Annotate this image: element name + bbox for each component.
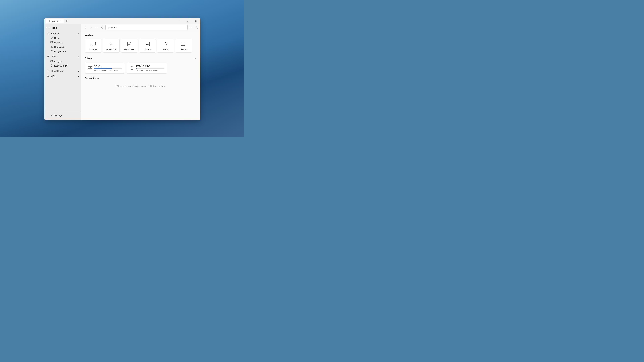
folders-section-header: Folders xyxy=(85,34,197,37)
sidebar-wsl-section: WSL ∧ xyxy=(44,74,81,78)
sidebar-cloud-drives-header[interactable]: Cloud Drives ∧ xyxy=(44,69,81,73)
folder-card-downloads[interactable]: Downloads xyxy=(103,39,120,53)
sidebar-item-settings[interactable]: Settings xyxy=(44,113,81,118)
tab-label: New tab xyxy=(51,20,58,22)
svg-rect-45 xyxy=(181,42,185,45)
hdd-icon xyxy=(50,60,53,63)
sidebar-item-desktop[interactable]: Desktop xyxy=(44,40,81,45)
documents-folder-icon xyxy=(126,41,132,47)
cloud-drives-chevron: ∧ xyxy=(78,70,79,72)
drives-section-header: Drives ⋯ xyxy=(85,56,197,61)
music-folder-icon xyxy=(163,41,168,47)
address-chevron: › xyxy=(116,26,117,29)
svg-line-30 xyxy=(197,28,198,29)
sidebar-item-home-label: Home xyxy=(54,37,60,39)
esd-usb-drive-free-label: 29.77 GB free of 29.88 GB xyxy=(136,69,164,71)
sidebar-wsl-header[interactable]: WSL ∧ xyxy=(44,74,81,78)
sidebar: Files Favorites ∧ xyxy=(44,24,81,120)
sidebar-item-os-c-label: OS (C:) xyxy=(54,60,62,62)
svg-marker-4 xyxy=(47,32,49,34)
sidebar-favorites-section: Favorites ∧ Home xyxy=(44,31,81,54)
svg-rect-46 xyxy=(88,66,92,69)
os-drive-free-label: 173.59 GB free of 475.15 GB xyxy=(94,69,122,71)
forward-button[interactable] xyxy=(88,25,94,30)
wsl-chevron: ∧ xyxy=(78,75,79,77)
search-button[interactable] xyxy=(194,25,199,30)
esd-usb-drive-bar-fill xyxy=(136,68,136,69)
downloads-folder-label: Downloads xyxy=(106,48,116,51)
os-drive-info: OS (C:) 173.59 GB free of 475.15 GB xyxy=(94,65,122,71)
svg-point-29 xyxy=(196,27,197,28)
sidebar-drives-header[interactable]: Drives ∧ xyxy=(44,54,81,59)
sidebar-item-downloads-label: Downloads xyxy=(54,46,65,48)
sidebar-item-home[interactable]: Home xyxy=(44,36,81,40)
folder-card-documents[interactable]: Documents xyxy=(121,39,138,53)
folder-card-desktop[interactable]: Desktop xyxy=(85,39,102,53)
pictures-folder-icon xyxy=(145,41,150,47)
drive-card-esd-usb[interactable]: ESD-USB (D:) 29.77 GB free of 29.88 GB xyxy=(127,63,167,73)
sidebar-bottom: Settings xyxy=(44,112,81,119)
os-drive-bar-background xyxy=(94,68,122,69)
folders-grid: Desktop Downloads xyxy=(85,39,197,53)
more-options-button[interactable]: ⋯ xyxy=(188,25,193,30)
up-button[interactable] xyxy=(94,25,99,30)
svg-rect-53 xyxy=(132,66,132,67)
music-folder-label: Music xyxy=(163,48,168,51)
drive-section-icon xyxy=(47,55,50,58)
wsl-icon xyxy=(47,75,50,78)
folders-section-title: Folders xyxy=(85,34,93,37)
tab-new-tab[interactable]: New tab ✕ xyxy=(46,19,64,23)
os-drive-bar-fill xyxy=(94,68,112,69)
tab-close-button[interactable]: ✕ xyxy=(59,20,62,22)
drive-card-os-c[interactable]: OS (C:) 173.59 GB free of 475.15 GB xyxy=(85,63,125,73)
drives-section-title: Drives xyxy=(85,57,92,60)
sidebar-item-downloads[interactable]: Downloads xyxy=(44,45,81,49)
sidebar-item-esd-usb-label: ESD-USB (D:) xyxy=(54,64,68,67)
sidebar-cloud-drives-section: Cloud Drives ∧ xyxy=(44,69,81,73)
sidebar-item-recycle-bin-label: Recycle Bin xyxy=(54,50,66,53)
sidebar-item-desktop-label: Desktop xyxy=(54,41,62,44)
refresh-button[interactable] xyxy=(100,25,105,30)
svg-rect-5 xyxy=(51,41,53,43)
sidebar-drives-section: Drives ∧ OS (C:) xyxy=(44,54,81,68)
address-bar[interactable]: New tab › xyxy=(106,25,188,30)
sidebar-item-esd-usb[interactable]: ESD-USB (D:) xyxy=(44,63,81,68)
recent-items-empty-message: Files you've previously accessed will sh… xyxy=(85,82,197,91)
esd-usb-drive-info: ESD-USB (D:) 29.77 GB free of 29.88 GB xyxy=(136,65,164,71)
trash-icon xyxy=(50,50,53,53)
desktop-folder-label: Desktop xyxy=(90,48,97,51)
drives-label: Drives xyxy=(51,55,57,58)
svg-rect-48 xyxy=(89,69,90,69)
hamburger-menu-button[interactable] xyxy=(46,27,49,29)
title-bar: New tab ✕ + ─ □ ✕ xyxy=(44,18,200,24)
os-drive-name: OS (C:) xyxy=(94,65,122,67)
maximize-button[interactable]: □ xyxy=(184,18,192,24)
address-text: New tab xyxy=(107,26,116,29)
documents-folder-label: Documents xyxy=(124,48,134,51)
download-icon xyxy=(50,45,53,48)
minimize-button[interactable]: ─ xyxy=(176,18,184,24)
svg-rect-19 xyxy=(51,60,53,62)
folder-card-videos[interactable]: Videos xyxy=(175,39,192,53)
sidebar-item-os-c[interactable]: OS (C:) xyxy=(44,59,81,63)
svg-point-42 xyxy=(146,43,147,44)
back-button[interactable] xyxy=(83,25,88,30)
desktop-folder-icon xyxy=(90,41,96,47)
os-drive-icon xyxy=(88,65,92,71)
downloads-folder-icon xyxy=(108,41,114,47)
folder-card-music[interactable]: Music xyxy=(157,39,174,53)
esd-usb-drive-icon xyxy=(130,65,134,71)
close-button[interactable]: ✕ xyxy=(192,18,200,24)
toolbar: New tab › ⋯ xyxy=(81,24,200,31)
recent-items-section-header: Recent items xyxy=(85,77,197,80)
sidebar-favorites-header[interactable]: Favorites ∧ xyxy=(44,31,81,36)
new-tab-button[interactable]: + xyxy=(64,19,69,23)
sidebar-item-recycle-bin[interactable]: Recycle Bin xyxy=(44,49,81,54)
svg-point-28 xyxy=(51,115,52,115)
folder-card-pictures[interactable]: Pictures xyxy=(139,39,156,53)
app-title: Files xyxy=(51,26,57,29)
usb-icon xyxy=(50,64,53,67)
svg-rect-11 xyxy=(51,51,52,52)
wsl-label: WSL xyxy=(51,75,56,77)
drives-more-button[interactable]: ⋯ xyxy=(192,56,197,61)
